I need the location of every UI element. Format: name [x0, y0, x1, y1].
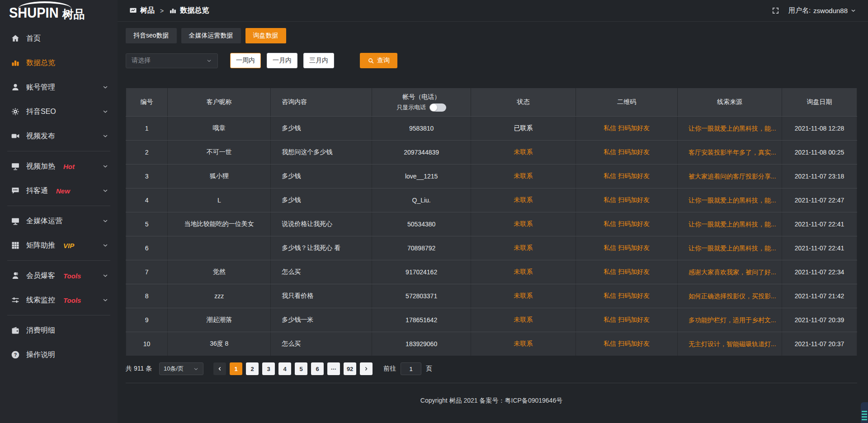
sidebar-item-operation-guide[interactable]: ?操作说明: [0, 343, 118, 367]
page-button-4[interactable]: 4: [278, 362, 291, 375]
sidebar-item-data-overview[interactable]: 数据总览: [0, 51, 118, 75]
breadcrumb-item[interactable]: 树品: [129, 6, 155, 15]
app-root: SHUPIN 树品 首页数据总览账号管理抖音SEO视频发布视频加热Hot抖客通N…: [0, 0, 868, 423]
cell-status: 已联系: [471, 117, 576, 140]
tab-media-operation-data[interactable]: 全媒体运营数据: [181, 28, 241, 43]
cell-source[interactable]: 多功能护栏灯，适用于乡村文...: [677, 308, 782, 332]
cell-source[interactable]: 被大家追着问的客厅投影分享...: [677, 164, 782, 188]
cell-no: 8: [126, 284, 167, 308]
sidebar-item-label: 线索监控: [26, 296, 55, 305]
logo: SHUPIN 树品: [0, 0, 118, 22]
table-row: 1哦章多少钱9583810已联系私信 扫码加好友让你一眼就爱上的黑科技，能...…: [126, 116, 857, 140]
cell-source[interactable]: 让你一眼就爱上的黑科技，能...: [677, 188, 782, 212]
search-button[interactable]: 查询: [360, 53, 397, 68]
cell-nickname: 觉然: [167, 260, 270, 284]
sidebar-item-label: 数据总览: [26, 58, 55, 68]
page-button-6[interactable]: 6: [311, 362, 324, 375]
user-menu[interactable]: 用户名: zswodun88: [788, 6, 856, 15]
period-button-0[interactable]: 一周内: [230, 53, 261, 68]
cell-no: 7: [126, 260, 167, 284]
filter-select[interactable]: 请选择: [126, 53, 218, 68]
cell-source[interactable]: 让你一眼就爱上的黑科技，能...: [677, 117, 782, 140]
tab-inquiry-data[interactable]: 询盘数据: [245, 28, 286, 43]
sidebar-item-matrix-boost[interactable]: 矩阵助推VIP: [0, 233, 118, 258]
floating-widget[interactable]: [861, 402, 868, 423]
sidebar-badge: Tools: [63, 296, 81, 304]
sidebar-item-video-publish[interactable]: 视频发布: [0, 124, 118, 148]
cell-qrcode[interactable]: 私信 扫码加好友: [576, 308, 677, 332]
goto-page-input[interactable]: [401, 362, 421, 375]
cell-source[interactable]: 感谢大家喜欢我家，被问了好...: [677, 260, 782, 284]
cell-source[interactable]: 让你一眼就爱上的黑科技，能...: [677, 212, 782, 236]
cell-content: 多少钱: [270, 188, 372, 212]
cell-account: 572803371: [372, 284, 470, 308]
cell-nickname: L: [167, 188, 270, 212]
period-buttons: 一周内一月内三月内: [230, 53, 334, 68]
cell-date: 2021-11-07 22:47: [782, 188, 857, 212]
page-button-1[interactable]: 1: [230, 362, 242, 375]
account-header-title: 帐号（电话）: [402, 93, 440, 101]
phone-toggle-row: 只显示电话: [396, 103, 446, 112]
prev-page-button[interactable]: [213, 362, 226, 375]
content: 抖音seo数据全媒体运营数据询盘数据 请选择 一周内一月内三月内 查询: [118, 22, 868, 423]
table-row: 7觉然怎么买917024162未联系私信 扫码加好友感谢大家喜欢我家，被问了好.…: [126, 260, 857, 284]
period-button-1[interactable]: 一月内: [267, 53, 297, 68]
cell-source[interactable]: 让你一眼就爱上的黑科技，能...: [677, 236, 782, 260]
sidebar-item-member-burst[interactable]: 会员爆客Tools: [0, 263, 118, 288]
cell-qrcode[interactable]: 私信 扫码加好友: [576, 236, 677, 260]
cell-account: Q_Liu.: [372, 188, 470, 212]
sidebar-badge: Tools: [63, 272, 81, 280]
cell-content: 多少钱？让我死心 看: [270, 236, 372, 260]
sidebar-item-home[interactable]: 首页: [0, 26, 118, 51]
phone-only-toggle[interactable]: [429, 103, 446, 112]
sidebar-item-expense-detail[interactable]: 消费明细: [0, 318, 118, 343]
sidebar: SHUPIN 树品 首页数据总览账号管理抖音SEO视频发布视频加热Hot抖客通N…: [0, 0, 118, 423]
cell-account: 70898792: [372, 236, 470, 260]
goto-label: 前往: [383, 365, 396, 373]
cell-content: 多少钱: [270, 117, 372, 140]
cell-content: 说说价格让我死心: [270, 212, 372, 236]
cell-qrcode[interactable]: 私信 扫码加好友: [576, 117, 677, 140]
period-button-2[interactable]: 三月内: [303, 53, 334, 68]
page-button-92[interactable]: 92: [344, 362, 356, 375]
cell-qrcode[interactable]: 私信 扫码加好友: [576, 188, 677, 212]
logo-brand-cn: 树品: [62, 8, 85, 20]
page-size-select[interactable]: 10条/页: [159, 362, 203, 375]
breadcrumb-separator: >: [160, 7, 164, 14]
cell-qrcode[interactable]: 私信 扫码加好友: [576, 164, 677, 188]
cell-qrcode[interactable]: 私信 扫码加好友: [576, 141, 677, 164]
cell-source[interactable]: 如何正确选择投影仪，买投影...: [677, 284, 782, 308]
grid-icon: [11, 241, 20, 250]
sidebar-item-douketong[interactable]: 抖客通New: [0, 179, 118, 203]
sidebar-item-account-management[interactable]: 账号管理: [0, 75, 118, 99]
cell-qrcode[interactable]: 私信 扫码加好友: [576, 284, 677, 308]
cell-content: 我只看价格: [270, 284, 372, 308]
cell-status: 未联系: [471, 284, 576, 308]
sidebar-item-media-operation[interactable]: 全媒体运营: [0, 209, 118, 233]
breadcrumb-item[interactable]: 数据总览: [169, 6, 209, 15]
page-ellipsis[interactable]: ●●●: [327, 362, 340, 375]
cell-source[interactable]: 无主灯设计，智能磁吸轨道灯...: [677, 332, 782, 356]
cell-date: 2021-11-07 22:41: [782, 236, 857, 260]
sidebar-item-clue-monitor[interactable]: 线索监控Tools: [0, 288, 118, 312]
cell-content: 我想问这个多少钱: [270, 141, 372, 164]
cell-qrcode[interactable]: 私信 扫码加好友: [576, 212, 677, 236]
cell-source[interactable]: 客厅安装投影半年多了，真实...: [677, 141, 782, 164]
breadcrumb: 树品>数据总览: [129, 6, 209, 15]
cell-date: 2021-11-07 22:41: [782, 212, 857, 236]
cell-no: 3: [126, 164, 167, 188]
column-header-7: 询盘日期: [782, 88, 857, 116]
goto-suffix: 页: [426, 365, 432, 373]
fullscreen-icon[interactable]: [772, 7, 779, 14]
column-header-5: 二维码: [576, 88, 677, 116]
next-page-button[interactable]: [360, 362, 373, 375]
sidebar-item-video-heating[interactable]: 视频加热Hot: [0, 154, 118, 179]
cell-status: 未联系: [471, 260, 576, 284]
page-button-2[interactable]: 2: [246, 362, 259, 375]
page-button-3[interactable]: 3: [262, 362, 275, 375]
sidebar-item-douyin-seo[interactable]: 抖音SEO: [0, 99, 118, 124]
tab-douyin-seo-data[interactable]: 抖音seo数据: [126, 28, 177, 43]
page-button-5[interactable]: 5: [295, 362, 307, 375]
cell-qrcode[interactable]: 私信 扫码加好友: [576, 332, 677, 356]
cell-qrcode[interactable]: 私信 扫码加好友: [576, 260, 677, 284]
